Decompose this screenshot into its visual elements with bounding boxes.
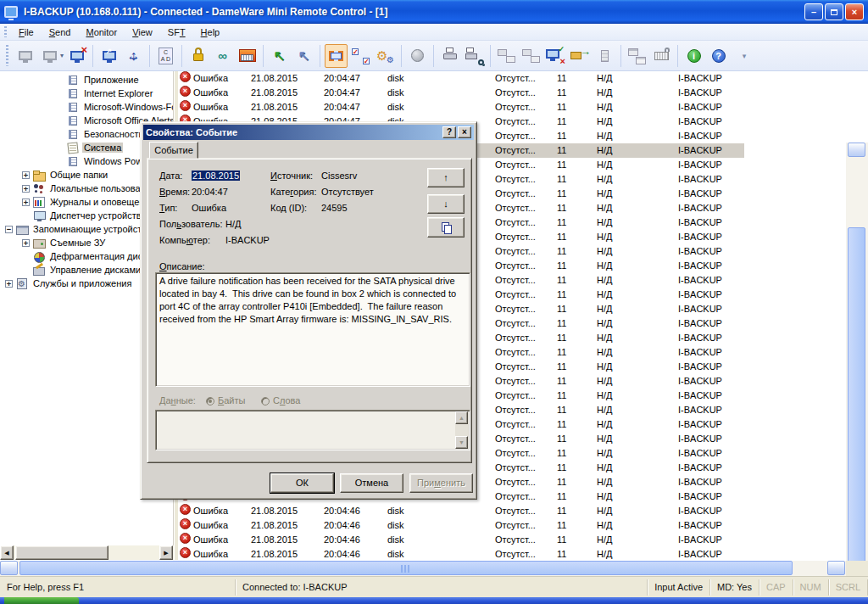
- restore-button[interactable]: [825, 3, 843, 20]
- tab-event[interactable]: Событие: [149, 142, 198, 159]
- event-row[interactable]: × Ошибка21.08.2015 20:04:47disk Отсутст.…: [178, 86, 846, 100]
- description-box[interactable]: A drive failure notification has been re…: [155, 272, 470, 387]
- refresh-monitor-icon[interactable]: ✓×: [544, 44, 567, 68]
- cell-user: Н/Д: [597, 288, 612, 302]
- smart-sizing-icon[interactable]: ✓✓: [349, 44, 372, 68]
- defrag-icon: [33, 251, 45, 262]
- cancel-button[interactable]: Отмена: [340, 473, 403, 493]
- event-row[interactable]: × Ошибка21.08.2015 20:04:47disk Отсутст.…: [178, 100, 846, 115]
- status-input: Input Active: [648, 579, 710, 596]
- cell-type: Ошибка: [193, 533, 228, 547]
- expand-icon[interactable]: +: [22, 199, 30, 206]
- remote-hscrollbar[interactable]: [0, 561, 846, 576]
- error-icon: ×: [180, 86, 191, 97]
- collapse-icon[interactable]: −: [5, 226, 13, 233]
- cell-category: Отсутст...: [495, 273, 536, 288]
- copy-event-button[interactable]: [427, 217, 465, 238]
- disconnect-icon[interactable]: ×: [65, 44, 88, 68]
- apply-button: Применить: [409, 473, 473, 493]
- dialog-help-icon[interactable]: ?: [442, 126, 456, 138]
- expand-icon[interactable]: +: [22, 185, 30, 193]
- data-scrollbar: ▲ ▼: [455, 411, 469, 449]
- cell-event: 11: [557, 518, 566, 533]
- toolbar-separator: [149, 45, 150, 67]
- scroll-right-icon[interactable]: [827, 561, 845, 575]
- minimize-button[interactable]: –: [804, 3, 823, 20]
- cell-user: Н/Д: [597, 273, 612, 288]
- show-frame-icon[interactable]: [325, 44, 348, 68]
- event-row[interactable]: × Ошибка21.08.2015 20:04:47disk Отсутст.…: [178, 71, 846, 86]
- data-label: Данные:: [159, 395, 196, 405]
- connect-icon: [14, 44, 36, 68]
- event-row[interactable]: × Ошибка21.08.2015 20:04:46disk Отсутст.…: [178, 533, 846, 547]
- dialog-close-icon[interactable]: ×: [458, 126, 471, 138]
- cell-time: 20:04:47: [324, 86, 360, 100]
- cell-event: 11: [557, 504, 566, 518]
- status-caps: CAP: [760, 579, 793, 596]
- menu-file[interactable]: File: [11, 25, 42, 39]
- tree-scroll-right-icon[interactable]: ▶: [159, 545, 173, 560]
- tree-hscrollbar[interactable]: ◀ ▶: [0, 545, 174, 560]
- vscroll-thumb[interactable]: [848, 227, 865, 574]
- disk-mgmt-icon: [33, 265, 45, 276]
- hot-keys-icon[interactable]: [236, 44, 259, 68]
- status-md: MD: Yes: [710, 579, 760, 596]
- pan-view-icon[interactable]: ↔↕: [122, 44, 145, 68]
- scroll-left-icon[interactable]: [0, 561, 18, 575]
- tree-item-label: Службы и приложения: [31, 278, 133, 288]
- info-icon[interactable]: i: [682, 44, 705, 68]
- print-preview-icon[interactable]: [463, 44, 486, 68]
- next-event-button[interactable]: ↓: [427, 194, 465, 214]
- settings-icon[interactable]: ⚙⚙: [374, 44, 397, 68]
- tree-scroll-thumb[interactable]: [15, 545, 108, 560]
- expand-icon[interactable]: +: [22, 239, 30, 247]
- tree-scroll-left-icon[interactable]: ◀: [0, 545, 14, 560]
- remote-vscrollbar[interactable]: [846, 143, 868, 604]
- cell-category: Отсутст...: [495, 475, 536, 489]
- help-icon[interactable]: ?: [707, 44, 730, 68]
- toolbar-separator: [263, 45, 264, 67]
- file-transfer-icon[interactable]: →: [569, 44, 592, 68]
- toolbar-grip[interactable]: [5, 45, 9, 66]
- cell-category: Отсутст...: [495, 215, 536, 230]
- remote-cursor-icon[interactable]: ↖: [268, 44, 291, 68]
- toolbar: ▾×↗↔↕CA D∞↖↖✓✓⚙⚙✓×→i?▾: [0, 41, 868, 71]
- menu-view[interactable]: View: [125, 25, 160, 39]
- fullscreen-icon[interactable]: ↗: [97, 44, 120, 68]
- menubar-grip[interactable]: [3, 26, 8, 37]
- menu-help[interactable]: Help: [193, 25, 228, 39]
- scroll-up-icon[interactable]: [848, 143, 865, 157]
- tree-item[interactable]: Приложение: [0, 73, 173, 87]
- tree-item[interactable]: Internet Explorer: [0, 87, 173, 100]
- cell-user: Н/Д: [597, 129, 612, 143]
- cell-source: disk: [387, 100, 404, 115]
- menu-sft[interactable]: SFT: [160, 25, 193, 39]
- start-button-edge[interactable]: [4, 597, 79, 604]
- tree-item[interactable]: Microsoft-Windows-Forw: [0, 100, 173, 114]
- toolbar-overflow-icon[interactable]: ▾: [732, 44, 754, 68]
- expand-icon[interactable]: +: [5, 280, 13, 288]
- ok-button[interactable]: ОК: [270, 473, 334, 493]
- cell-category: Отсутст...: [495, 230, 536, 244]
- lock-keyboard-icon[interactable]: [186, 44, 209, 68]
- print-icon[interactable]: [438, 44, 461, 68]
- expand-icon[interactable]: +: [22, 171, 30, 179]
- menubar: FileSendMonitorViewSFTHelp: [0, 24, 868, 41]
- cell-time: 20:04:47: [324, 71, 360, 86]
- cell-computer: I-BACKUP: [678, 432, 722, 446]
- event-row[interactable]: × Ошибка21.08.2015 20:04:46disk Отсутст.…: [178, 547, 846, 561]
- event-row[interactable]: × Ошибка21.08.2015 20:04:46disk Отсутст.…: [178, 504, 846, 518]
- local-cursor-icon[interactable]: ↖: [292, 44, 315, 68]
- previous-event-button[interactable]: ↑: [427, 168, 465, 187]
- hscroll-thumb[interactable]: [19, 561, 793, 575]
- event-row[interactable]: × Ошибка21.08.2015 20:04:46disk Отсутст.…: [178, 518, 846, 533]
- cell-computer: I-BACKUP: [678, 143, 722, 158]
- ctrl-alt-del-icon[interactable]: CA D: [154, 44, 177, 68]
- close-button[interactable]: ×: [845, 3, 864, 20]
- view-only-icon[interactable]: ∞: [211, 44, 234, 68]
- menu-send[interactable]: Send: [42, 25, 79, 39]
- category-value: Отсутствует: [321, 187, 374, 197]
- cell-event: 11: [557, 417, 566, 432]
- menu-monitor[interactable]: Monitor: [78, 25, 125, 39]
- tree-item-label: Дефрагментация диска: [48, 251, 153, 261]
